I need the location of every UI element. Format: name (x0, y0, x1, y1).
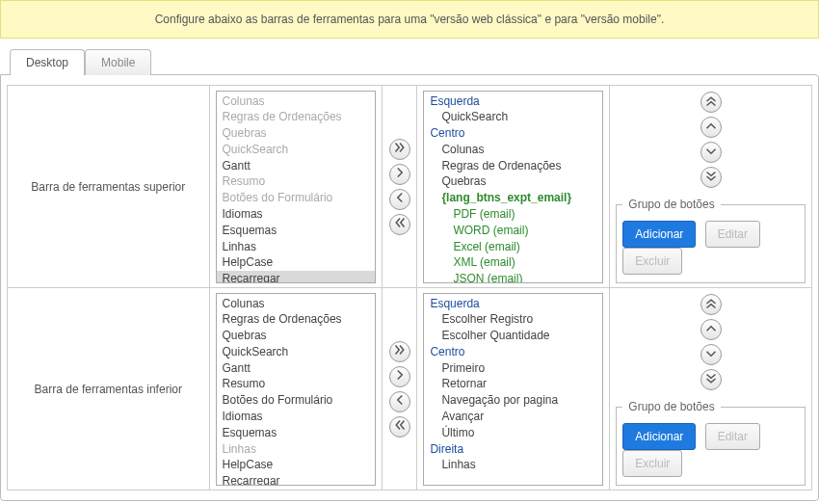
list-item[interactable]: Gantt (217, 158, 376, 174)
top-target-list[interactable]: Esquerda QuickSearch Centro Colunas Regr… (423, 91, 603, 283)
list-item[interactable]: Idiomas (217, 409, 376, 425)
move-right-button[interactable] (389, 164, 410, 185)
double-chevron-down-icon (705, 171, 717, 185)
list-item[interactable]: Resumo (217, 173, 376, 190)
move-up-button[interactable] (700, 319, 722, 340)
group-add-button[interactable]: Adicionar (622, 423, 696, 450)
double-chevron-up-icon (705, 298, 717, 312)
list-item[interactable]: Escolher Registro (424, 311, 602, 328)
list-item[interactable]: Quebras (217, 328, 376, 344)
list-item[interactable]: Regras de Ordenações (217, 109, 376, 125)
list-item[interactable]: Linhas (217, 441, 376, 458)
list-item[interactable]: Linhas (217, 239, 376, 255)
row-top-toolbar: Barra de ferramentas superior Colunas Re… (8, 86, 812, 288)
double-chevron-right-icon (394, 344, 406, 358)
list-section-centro[interactable]: Centro (424, 125, 602, 142)
list-item[interactable]: Navegação por pagina (424, 392, 602, 409)
list-item[interactable]: QuickSearch (424, 109, 602, 125)
list-item[interactable]: Regras de Ordenações (217, 311, 376, 328)
move-right-button[interactable] (389, 366, 410, 387)
row-top-label: Barra de ferramentas superior (8, 86, 210, 288)
bottom-target-list[interactable]: Esquerda Escolher Registro Escolher Quan… (423, 293, 603, 486)
top-move-arrows (388, 137, 410, 237)
move-all-right-button[interactable] (389, 139, 410, 160)
list-item[interactable]: Primeiro (424, 360, 602, 377)
list-item[interactable]: HelpCase (217, 254, 376, 271)
list-item[interactable]: Recarregar (217, 271, 376, 282)
group-legend: Grupo de botões (622, 198, 720, 211)
list-item[interactable]: Botões do Formulário (217, 190, 376, 206)
list-item[interactable]: HelpCase (217, 457, 376, 473)
list-item[interactable]: Colunas (217, 93, 376, 110)
move-left-button[interactable] (389, 189, 410, 210)
move-all-left-button[interactable] (389, 214, 410, 235)
move-down-button[interactable] (700, 142, 722, 163)
move-all-right-button[interactable] (389, 341, 410, 362)
list-item[interactable]: Último (424, 425, 602, 441)
list-item[interactable]: Regras de Ordenações (424, 158, 602, 174)
chevron-up-icon (705, 120, 717, 135)
list-section-esquerda[interactable]: Esquerda (424, 93, 602, 110)
move-top-button[interactable] (700, 92, 722, 113)
list-item[interactable]: Botões do Formulário (217, 392, 376, 409)
bottom-source-list[interactable]: Colunas Regras de Ordenações Quebras Qui… (216, 293, 377, 486)
list-item[interactable]: Resumo (217, 376, 376, 392)
list-item[interactable]: Escolher Quantidade (424, 328, 602, 344)
list-item[interactable]: Gantt (217, 360, 376, 377)
top-button-group-fieldset: Grupo de botões Adicionar Editar Excluir (616, 198, 806, 283)
list-item[interactable]: Quebras (424, 173, 602, 190)
chevron-up-icon (705, 323, 717, 337)
list-item[interactable]: Avançar (424, 409, 602, 425)
toolbar-config-table: Barra de ferramentas superior Colunas Re… (7, 85, 812, 491)
group-add-button[interactable]: Adicionar (622, 221, 696, 248)
group-edit-button[interactable]: Editar (705, 423, 760, 450)
list-item[interactable]: Esquemas (217, 425, 376, 441)
list-item[interactable]: Colunas (217, 296, 376, 312)
double-chevron-up-icon (705, 95, 717, 110)
list-item[interactable]: WORD (email) (424, 223, 602, 239)
double-chevron-down-icon (705, 373, 717, 387)
chevron-left-icon (394, 394, 406, 409)
list-section-esquerda[interactable]: Esquerda (424, 296, 602, 312)
double-chevron-left-icon (394, 419, 406, 434)
top-source-list[interactable]: Colunas Regras de Ordenações Quebras Qui… (216, 91, 377, 283)
list-item[interactable]: Excel (email) (424, 239, 602, 255)
list-item[interactable]: Colunas (424, 142, 602, 158)
move-top-button[interactable] (700, 294, 722, 315)
list-section-direita[interactable]: Direita (424, 441, 602, 458)
list-item[interactable]: Esquemas (217, 223, 376, 239)
chevron-down-icon (705, 348, 717, 362)
bottom-button-group-fieldset: Grupo de botões Adicionar Editar Excluir (616, 400, 806, 486)
group-legend: Grupo de botões (622, 400, 720, 413)
tab-desktop[interactable]: Desktop (10, 49, 85, 75)
move-bottom-button[interactable] (700, 167, 722, 188)
list-item[interactable]: PDF (email) (424, 206, 602, 223)
move-all-left-button[interactable] (389, 416, 410, 438)
list-item[interactable]: Linhas (424, 457, 602, 473)
list-item[interactable]: Retornar (424, 376, 602, 392)
group-delete-button[interactable]: Excluir (622, 248, 682, 275)
chevron-down-icon (705, 146, 717, 160)
tab-mobile[interactable]: Mobile (85, 49, 151, 75)
double-chevron-right-icon (394, 142, 406, 156)
list-item[interactable]: JSON (email) (424, 271, 602, 282)
tabs-bar: Desktop Mobile (0, 48, 819, 74)
list-item[interactable]: QuickSearch (217, 142, 376, 158)
move-bottom-button[interactable] (700, 369, 722, 390)
move-left-button[interactable] (389, 391, 410, 412)
list-item[interactable]: XML (email) (424, 254, 602, 271)
list-item[interactable]: Recarregar (217, 473, 376, 485)
group-edit-button[interactable]: Editar (705, 221, 760, 248)
list-item[interactable]: Idiomas (217, 206, 376, 223)
list-item[interactable]: QuickSearch (217, 344, 376, 360)
list-section-centro[interactable]: Centro (424, 344, 602, 360)
list-item-expt-group[interactable]: {lang_btns_expt_email} (424, 190, 602, 206)
list-item[interactable]: Quebras (217, 125, 376, 142)
double-chevron-left-icon (394, 217, 406, 231)
move-down-button[interactable] (700, 344, 722, 365)
group-delete-button[interactable]: Excluir (622, 450, 682, 477)
chevron-left-icon (394, 192, 406, 206)
move-up-button[interactable] (700, 117, 722, 138)
chevron-right-icon (394, 167, 406, 181)
top-reorder-arrows (616, 90, 806, 190)
